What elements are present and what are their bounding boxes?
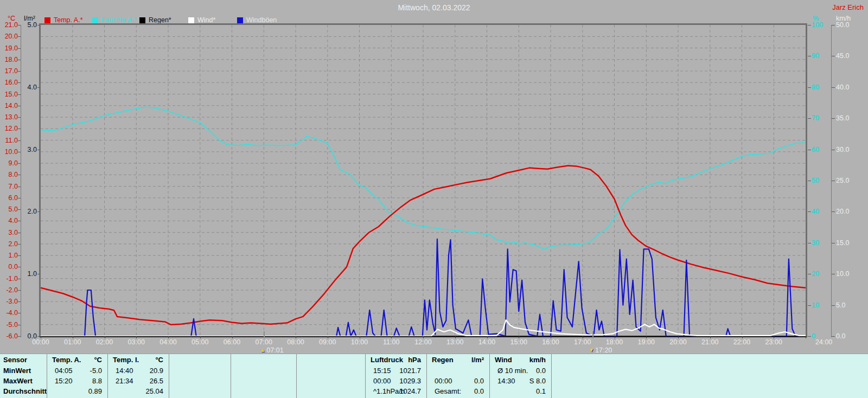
time-tick	[232, 336, 233, 338]
value-time: 15:20	[55, 377, 73, 385]
axis-tick	[18, 48, 21, 49]
table-column-empty-3	[231, 354, 296, 398]
axis-tick	[832, 305, 835, 306]
value-number: 0.0	[474, 377, 484, 385]
legend-swatch-windb-en	[237, 17, 243, 23]
value-number: 0.89	[88, 387, 102, 395]
time-tick	[551, 336, 551, 338]
legend-label: Wind*	[197, 16, 215, 24]
table-column-empty-8	[551, 354, 868, 398]
time-tick	[296, 336, 296, 338]
temp-axis-tick-label: -4.0	[1, 309, 18, 317]
axis-tick	[832, 274, 835, 274]
time-tick-label: 18:00	[606, 338, 623, 346]
axis-tick	[808, 336, 811, 337]
sunset-icon: ▼	[589, 348, 594, 353]
temp-axis-tick-label: 2.0	[1, 240, 18, 248]
axis-tick	[18, 82, 21, 83]
temp-axis-tick-label: 0.0	[1, 263, 18, 271]
legend-swatch-feuchte-a	[92, 17, 98, 23]
axis-tick	[808, 274, 811, 274]
axis-tick	[18, 129, 21, 129]
temp-axis-tick-label: -5.0	[1, 321, 18, 329]
time-tick	[360, 336, 360, 338]
axis-tick	[808, 243, 811, 243]
time-tick	[806, 336, 806, 338]
time-tick-label: 15:00	[510, 338, 527, 346]
value-number: 0.0	[474, 387, 484, 395]
legend-label: Feuchte A.*	[101, 16, 137, 24]
column-header: Luftdruck	[371, 356, 403, 364]
temp-axis-tick-label: 16.0	[1, 79, 18, 86]
value-number: 20.9	[150, 367, 163, 375]
sunrise-time: 07:01	[266, 346, 283, 354]
rain-axis-tick-label: 5.0	[21, 21, 37, 29]
humidity-axis-tick-label: 80	[812, 84, 826, 91]
axis-tick	[18, 71, 21, 72]
rain-axis-tick-label: 3.0	[21, 146, 37, 153]
temp-axis-tick-label: 20.0	[1, 33, 18, 40]
column-unit: °C	[155, 356, 163, 364]
sunset-marker-line	[592, 331, 593, 338]
value-number: 26.5	[150, 377, 163, 385]
value-number: S 8.0	[529, 377, 546, 385]
time-tick	[487, 336, 488, 338]
time-tick-label: 06:00	[224, 338, 240, 346]
axis-tick	[18, 325, 21, 325]
legend-label: Windböen	[246, 16, 277, 24]
temp-axis-tick-label: 1.0	[1, 252, 18, 259]
axis-tick	[18, 221, 21, 221]
temp-axis-tick-label: 21.0	[1, 21, 18, 29]
time-tick	[646, 336, 647, 338]
value-time: 14:30	[497, 377, 515, 385]
axis-tick	[37, 274, 40, 274]
time-tick	[136, 336, 137, 338]
table-column-empty-4	[296, 354, 365, 398]
sunset-time: 17:20	[595, 346, 612, 354]
time-tick-label: 12:00	[414, 338, 431, 346]
time-tick-label: 01:00	[64, 338, 81, 346]
time-tick-label: 00:00	[32, 338, 49, 346]
humidity-axis-tick-label: 40	[812, 208, 826, 215]
value-time: 14:40	[116, 367, 133, 375]
time-tick-label: 03:00	[128, 338, 145, 346]
value-number: 25.04	[145, 387, 163, 395]
humidity-axis-tick-label: 60	[812, 146, 826, 153]
time-tick-label: 09:00	[319, 338, 336, 346]
axis-tick	[18, 106, 21, 106]
axis-tick	[37, 211, 40, 212]
time-tick	[678, 336, 679, 338]
temp-axis-tick-label: 10.0	[1, 148, 18, 156]
time-tick-label: 07:00	[256, 338, 272, 346]
axis-tick	[18, 267, 21, 267]
series-windb-en	[41, 239, 806, 336]
temp-axis-tick-label: -1.0	[1, 275, 18, 283]
temp-axis-tick-label: 18.0	[1, 56, 18, 63]
axis-tick	[37, 150, 40, 150]
time-tick-label: 22:00	[733, 338, 750, 346]
humidity-axis-tick-label: 70	[812, 114, 826, 122]
axis-tick	[832, 211, 835, 212]
time-tick	[742, 336, 743, 338]
chart-canvas	[41, 25, 806, 336]
axis-tick	[37, 25, 40, 25]
axis-tick	[808, 56, 811, 56]
table-column-luftdruck: LuftdruckhPa15:151021.700:001029.3^1.1hP…	[365, 354, 426, 398]
temp-axis-tick-label: 13.0	[1, 113, 18, 121]
rain-axis-tick-label: 4.0	[21, 84, 37, 91]
temp-axis-tick-label: 5.0	[1, 206, 18, 213]
table-column-regen: Regenl/m²00:000.0Gesamt:0.0	[426, 354, 489, 398]
wind-speed-axis-tick-label: 45.0	[836, 52, 854, 60]
temp-axis-tick-label: 17.0	[1, 67, 18, 75]
axis-tick	[832, 25, 835, 25]
axis-tick	[808, 87, 811, 88]
temp-axis-tick-label: 3.0	[1, 229, 18, 236]
column-header: Temp. I.	[113, 356, 139, 364]
sunrise-icon: ▲	[260, 348, 265, 353]
rain-axis-tick-label: 1.0	[21, 270, 37, 278]
wind-speed-axis-tick-label: 50.0	[836, 21, 854, 29]
sunrise-marker: ▲07:01	[260, 346, 283, 354]
value-time: 15:15	[373, 367, 391, 375]
time-tick	[519, 336, 519, 338]
value-number: 1029.3	[399, 377, 421, 385]
